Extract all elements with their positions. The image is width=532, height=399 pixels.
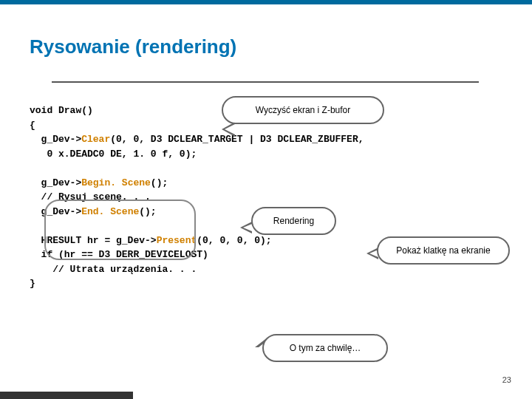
bottom-accent-bar [0, 392, 133, 399]
code-line: (); [151, 177, 168, 188]
page-number: 23 [502, 375, 511, 384]
top-accent-bar [0, 0, 532, 4]
code-highlight: Clear [81, 134, 110, 145]
code-line: 0 x.DEADC0 DE, 1. 0 f, 0); [30, 149, 197, 160]
slide-title: Rysowanie (rendering) [30, 35, 236, 58]
code-line: { [30, 120, 35, 131]
callout-tail [240, 222, 252, 233]
code-line: } [30, 278, 35, 289]
code-line: void Draw() [30, 105, 93, 116]
callout-rendering: Rendering [251, 207, 336, 235]
callout-clear: Wyczyść ekran i Z-bufor [222, 96, 384, 124]
scene-block-outline [44, 200, 196, 260]
code-highlight: Begin. Scene [81, 177, 151, 188]
callout-show-frame: Pokaż klatkę na ekranie [377, 236, 510, 265]
title-underline [52, 81, 479, 83]
callout-tail [222, 122, 235, 137]
code-line: (0, 0, D3 DCLEAR_TARGET | D3 DCLEAR_ZBUF… [110, 134, 364, 145]
code-line [30, 220, 35, 231]
code-line: g_Dev-> [30, 134, 81, 145]
callout-later: O tym za chwilę… [262, 334, 388, 362]
code-line [30, 163, 35, 174]
code-line: g_Dev-> [30, 177, 81, 188]
code-line: (0, 0, 0, 0); [197, 235, 271, 246]
code-line: // Utrata urządzenia. . . [30, 264, 197, 275]
